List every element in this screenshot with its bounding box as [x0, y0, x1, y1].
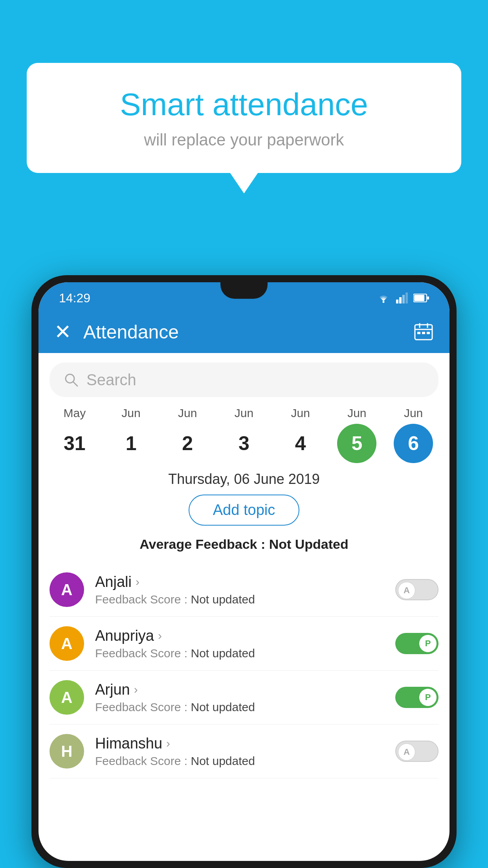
avatar: A	[50, 626, 84, 661]
toggle-knob: P	[419, 635, 437, 652]
cal-month-label: Jun	[121, 406, 140, 420]
phone-notch	[220, 282, 268, 299]
avatar: A	[50, 572, 84, 607]
calendar-day[interactable]: Jun5	[331, 406, 382, 463]
svg-rect-13	[422, 332, 425, 334]
chevron-right-icon: ›	[136, 575, 139, 588]
cal-month-label: Jun	[235, 406, 253, 420]
chevron-right-icon: ›	[134, 683, 138, 696]
battery-icon	[413, 293, 429, 303]
calendar-icon[interactable]	[413, 322, 434, 342]
avatar: A	[50, 680, 84, 715]
student-feedback: Feedback Score : Not updated	[95, 593, 384, 606]
svg-rect-6	[414, 295, 424, 301]
calendar-day[interactable]: Jun2	[162, 406, 213, 463]
avg-feedback: Average Feedback : Not Updated	[39, 537, 449, 552]
attendance-toggle[interactable]: P	[395, 633, 438, 654]
phone-screen: 14:29	[39, 282, 449, 861]
avg-feedback-label: Average Feedback :	[139, 537, 265, 552]
search-icon	[64, 372, 79, 387]
svg-rect-2	[399, 297, 402, 303]
status-time: 14:29	[59, 291, 90, 305]
cal-date-number: 31	[55, 424, 94, 463]
svg-point-0	[383, 301, 385, 303]
app-bar: ✕ Attendance	[39, 311, 449, 353]
student-feedback: Feedback Score : Not updated	[95, 647, 384, 660]
search-bar[interactable]: Search	[50, 362, 438, 397]
svg-rect-12	[417, 332, 420, 334]
attendance-toggle[interactable]: P	[395, 687, 438, 708]
chevron-right-icon: ›	[158, 629, 162, 642]
cal-date-number: 1	[112, 424, 151, 463]
phone-frame: 14:29	[31, 275, 457, 868]
toggle-knob: A	[398, 743, 415, 761]
cal-month-label: Jun	[347, 406, 366, 420]
svg-rect-14	[427, 332, 430, 334]
student-item: AArjun ›Feedback Score : Not updatedP	[50, 671, 438, 725]
calendar-day[interactable]: Jun6	[388, 406, 439, 463]
svg-rect-3	[402, 295, 405, 303]
feedback-value: Not updated	[191, 593, 255, 606]
attendance-toggle[interactable]: A	[395, 741, 438, 762]
cal-date-number: 2	[168, 424, 207, 463]
toggle-knob: A	[398, 582, 415, 599]
student-item: AAnjali ›Feedback Score : Not updatedA	[50, 563, 438, 617]
student-item: HHimanshu ›Feedback Score : Not updatedA	[50, 725, 438, 778]
student-list: AAnjali ›Feedback Score : Not updatedAAA…	[39, 563, 449, 778]
svg-rect-1	[396, 300, 398, 303]
student-info: Anupriya ›Feedback Score : Not updated	[95, 627, 384, 660]
cal-date-number: 4	[281, 424, 320, 463]
student-info: Himanshu ›Feedback Score : Not updated	[95, 735, 384, 768]
cal-month-label: May	[64, 406, 86, 420]
calendar-strip: May31Jun1Jun2Jun3Jun4Jun5Jun6	[39, 406, 449, 463]
student-info: Arjun ›Feedback Score : Not updated	[95, 681, 384, 714]
status-icons	[376, 292, 429, 303]
student-name[interactable]: Arjun ›	[95, 681, 384, 698]
svg-line-16	[73, 382, 77, 386]
cal-date-number: 3	[224, 424, 264, 463]
student-info: Anjali ›Feedback Score : Not updated	[95, 574, 384, 606]
close-button[interactable]: ✕	[54, 320, 72, 344]
cal-month-label: Jun	[291, 406, 310, 420]
chevron-right-icon: ›	[166, 737, 170, 750]
student-name[interactable]: Anupriya ›	[95, 627, 384, 644]
student-name[interactable]: Anjali ›	[95, 574, 384, 590]
app-title: Attendance	[83, 321, 402, 343]
avatar: H	[50, 734, 84, 769]
feedback-value: Not updated	[191, 647, 255, 660]
add-topic-button[interactable]: Add topic	[189, 495, 299, 526]
feedback-value: Not updated	[191, 754, 255, 767]
calendar-day[interactable]: Jun1	[106, 406, 157, 463]
cal-month-label: Jun	[404, 406, 423, 420]
feedback-value: Not updated	[191, 701, 255, 714]
speech-bubble: Smart attendance will replace your paper…	[27, 63, 461, 173]
cal-date-number: 5	[337, 424, 376, 463]
calendar-day[interactable]: May31	[49, 406, 100, 463]
student-item: AAnupriya ›Feedback Score : Not updatedP	[50, 617, 438, 671]
signal-icon	[396, 292, 408, 303]
toggle-knob: P	[419, 689, 437, 706]
student-feedback: Feedback Score : Not updated	[95, 754, 384, 768]
student-feedback: Feedback Score : Not updated	[95, 701, 384, 714]
svg-rect-7	[427, 296, 429, 300]
calendar-day[interactable]: Jun4	[275, 406, 326, 463]
cal-date-number: 6	[394, 424, 433, 463]
search-placeholder: Search	[86, 371, 136, 389]
bubble-subtitle: will replace your paperwork	[58, 131, 430, 149]
selected-date-label: Thursday, 06 June 2019	[39, 471, 449, 487]
svg-rect-4	[405, 292, 408, 303]
cal-month-label: Jun	[178, 406, 197, 420]
student-name[interactable]: Himanshu ›	[95, 735, 384, 752]
bubble-title: Smart attendance	[58, 86, 430, 123]
avg-feedback-value: Not Updated	[269, 537, 349, 552]
calendar-day[interactable]: Jun3	[218, 406, 270, 463]
attendance-toggle[interactable]: A	[395, 579, 438, 600]
wifi-icon	[376, 292, 391, 303]
